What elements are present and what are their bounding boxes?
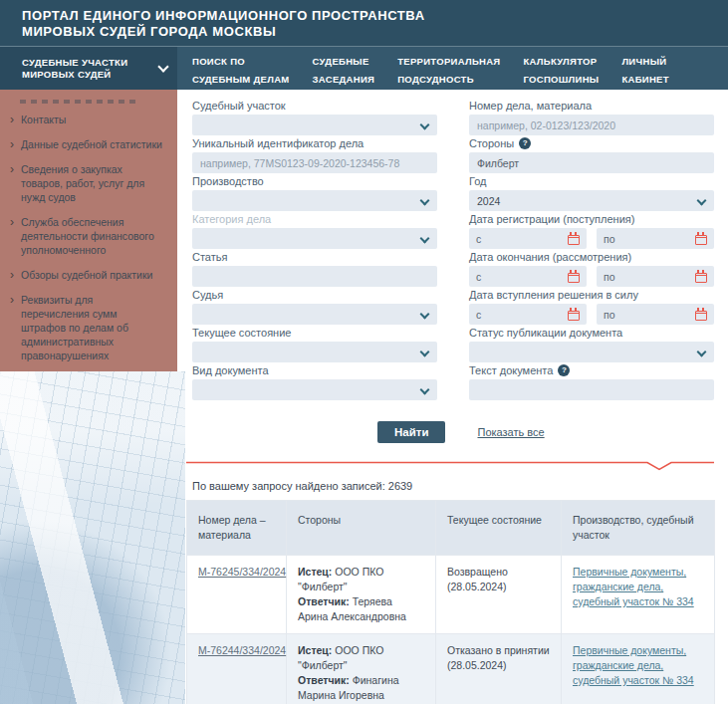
help-icon[interactable]: ? bbox=[558, 364, 570, 376]
search-form: Судебный участок Уникальный идентификато… bbox=[192, 100, 714, 402]
production-label: Производство bbox=[192, 175, 437, 187]
case-number-label: Номер дела, материала bbox=[469, 100, 714, 112]
calendar-icon[interactable] bbox=[695, 311, 707, 321]
calendar-icon[interactable] bbox=[568, 273, 580, 283]
plaintiff-label: Истец: bbox=[298, 644, 332, 656]
chevron-right-icon: › bbox=[10, 293, 14, 362]
nav-tab-fee-calculator[interactable]: КАЛЬКУЛЯТОР ГОСПОШЛИНЫ bbox=[523, 51, 599, 87]
col-header-production: Производство, судебный участок bbox=[562, 501, 715, 556]
chevron-right-icon: › bbox=[10, 113, 14, 126]
chevron-right-icon: › bbox=[10, 215, 14, 257]
sidebar-menu: › Контакты › Данные судебной статистики … bbox=[0, 90, 177, 371]
calendar-icon[interactable] bbox=[568, 235, 580, 245]
production-link[interactable]: Первичные документы, гражданские дела, с… bbox=[573, 644, 694, 686]
chevron-down-icon bbox=[697, 348, 707, 357]
form-actions: Найти Показать все bbox=[186, 420, 714, 444]
production-select[interactable] bbox=[192, 190, 437, 211]
registration-date-from-input[interactable]: с bbox=[469, 228, 587, 249]
nav-tab-court-sections[interactable]: СУДЕБНЫЕ УЧАСТКИ МИРОВЫХ СУДЕЙ bbox=[0, 47, 177, 90]
end-date-label: Дата окончания (рассмотрения) bbox=[469, 251, 714, 263]
case-status: Возвращено (28.05.2024) bbox=[436, 556, 562, 634]
court-section-label: Судебный участок bbox=[192, 100, 437, 112]
main-content: Судебный участок Уникальный идентификато… bbox=[186, 90, 714, 704]
chevron-down-icon bbox=[420, 196, 430, 206]
defendant-label: Ответчик: bbox=[298, 595, 350, 607]
year-select-value: 2024 bbox=[477, 195, 500, 207]
current-state-label: Текущее состояние bbox=[192, 327, 437, 339]
nav-tab-case-search[interactable]: ПОИСК ПО СУДЕБНЫМ ДЕЛАМ bbox=[192, 51, 290, 87]
document-text-input[interactable] bbox=[469, 379, 714, 400]
nav-tab-court-sessions[interactable]: СУДЕБНЫЕ ЗАСЕДАНИЯ bbox=[313, 51, 375, 87]
unique-id-input[interactable] bbox=[192, 152, 437, 173]
col-header-parties: Стороны bbox=[287, 501, 436, 556]
col-header-case-number: Номер дела – материала bbox=[187, 501, 287, 556]
chevron-down-icon bbox=[157, 61, 168, 72]
force-date-label: Дата вступления решения в силу bbox=[469, 289, 714, 301]
sidebar-item-statistics[interactable]: › Данные судебной статистики bbox=[10, 137, 163, 151]
chevron-down-icon bbox=[697, 196, 707, 206]
nav-items: ПОИСК ПО СУДЕБНЫМ ДЕЛАМ СУДЕБНЫЕ ЗАСЕДАН… bbox=[192, 47, 669, 90]
article-input[interactable] bbox=[192, 266, 437, 287]
year-select[interactable]: 2024 bbox=[469, 190, 714, 211]
chevron-down-icon bbox=[420, 310, 430, 320]
current-state-select[interactable] bbox=[192, 342, 437, 362]
end-date-from-input[interactable]: с bbox=[469, 266, 587, 287]
document-type-select[interactable] bbox=[192, 379, 437, 400]
case-category-label: Категория дела bbox=[192, 213, 437, 225]
plaintiff-label: Истец: bbox=[298, 566, 332, 578]
year-label: Год bbox=[469, 175, 714, 187]
calendar-icon[interactable] bbox=[695, 273, 707, 283]
chevron-down-icon bbox=[420, 234, 430, 244]
main-nav: СУДЕБНЫЕ УЧАСТКИ МИРОВЫХ СУДЕЙ ПОИСК ПО … bbox=[0, 46, 728, 90]
col-header-current-state: Текущее состояние bbox=[436, 501, 562, 556]
clipped-menu-item bbox=[20, 100, 139, 104]
parties-input[interactable] bbox=[469, 152, 714, 173]
sidebar-item-procurement[interactable]: › Сведения о закупках товаров, работ, ус… bbox=[10, 162, 163, 204]
nav-tab-personal-account[interactable]: ЛИЧНЫЙ КАБИНЕТ bbox=[621, 51, 668, 87]
sidebar-item-fine-requisites[interactable]: › Реквизиты для перечисления сумм штрафо… bbox=[10, 293, 163, 362]
publication-status-label: Статус публикации документа bbox=[469, 327, 714, 339]
table-row: М-76244/334/2024 Истец: ООО ПКО "Филберт… bbox=[187, 634, 715, 704]
results-summary: По вашему запросу найдено записей: 2639 bbox=[192, 480, 714, 492]
help-icon[interactable]: ? bbox=[519, 137, 531, 149]
chevron-right-icon: › bbox=[10, 162, 14, 204]
calendar-icon[interactable] bbox=[695, 235, 707, 245]
publication-status-select[interactable] bbox=[469, 342, 714, 362]
site-header: ПОРТАЛ ЕДИНОГО ИНФОРМАЦИОННОГО ПРОСТРАНС… bbox=[0, 0, 728, 46]
sidebar-item-financial-ombudsman[interactable]: › Служба обеспечения деятельности финанс… bbox=[10, 215, 163, 257]
results-divider bbox=[186, 457, 714, 467]
show-all-link[interactable]: Показать все bbox=[477, 426, 544, 438]
case-number-link[interactable]: М-76244/334/2024 bbox=[198, 644, 286, 656]
case-number-input[interactable] bbox=[469, 115, 714, 135]
chevron-down-icon bbox=[420, 385, 430, 395]
unique-id-label: Уникальный идентификатор дела bbox=[192, 137, 437, 149]
divider-notch-line bbox=[186, 461, 714, 471]
force-date-to-input[interactable]: по bbox=[597, 304, 714, 325]
force-date-from-input[interactable]: с bbox=[469, 304, 587, 325]
results-table: Номер дела – материала Стороны Текущее с… bbox=[186, 500, 715, 704]
defendant-label: Ответчик: bbox=[298, 674, 350, 686]
search-button[interactable]: Найти bbox=[377, 421, 445, 443]
registration-date-to-input[interactable]: по bbox=[597, 228, 714, 249]
chevron-down-icon bbox=[420, 348, 430, 357]
parties-label: Стороны ? bbox=[469, 137, 714, 149]
judge-label: Судья bbox=[192, 289, 437, 301]
sidebar-item-practice-reviews[interactable]: › Обзоры судебной практики bbox=[10, 268, 163, 282]
nav-tab-label: СУДЕБНЫЕ УЧАСТКИ МИРОВЫХ СУДЕЙ bbox=[22, 57, 159, 81]
document-text-label: Текст документа ? bbox=[469, 364, 714, 376]
case-category-select[interactable] bbox=[192, 228, 437, 249]
court-section-select[interactable] bbox=[192, 115, 437, 135]
end-date-to-input[interactable]: по bbox=[597, 266, 714, 287]
production-link[interactable]: Первичные документы, гражданские дела, с… bbox=[573, 566, 694, 607]
sidebar-item-contacts[interactable]: › Контакты bbox=[10, 113, 163, 126]
case-number-link[interactable]: М-76245/334/2024 bbox=[198, 566, 286, 578]
calendar-icon[interactable] bbox=[568, 311, 580, 321]
table-header-row: Номер дела – материала Стороны Текущее с… bbox=[187, 501, 715, 556]
case-status: Отказано в принятии (28.05.2024) bbox=[436, 634, 562, 704]
nav-tab-territorial-jurisdiction[interactable]: ТЕРРИТОРИАЛЬНАЯ ПОДСУДНОСТЬ bbox=[397, 51, 500, 87]
site-title: ПОРТАЛ ЕДИНОГО ИНФОРМАЦИОННОГО ПРОСТРАНС… bbox=[22, 8, 728, 40]
background-city-photo bbox=[0, 371, 185, 704]
chevron-right-icon: › bbox=[10, 268, 14, 282]
chevron-right-icon: › bbox=[10, 137, 14, 151]
judge-select[interactable] bbox=[192, 304, 437, 325]
